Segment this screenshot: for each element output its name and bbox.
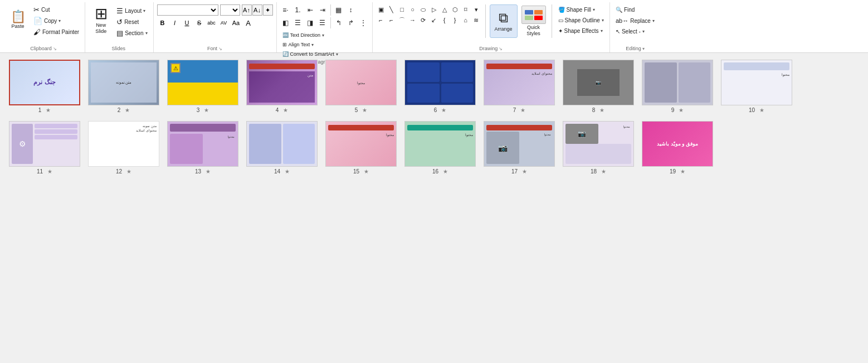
shape-fill-button[interactable]: 🪣 Shape Fill ▾ — [556, 6, 606, 14]
align-left-button[interactable]: ◧ — [280, 17, 291, 28]
slide-item[interactable]: ⚙ 11 ★ — [9, 121, 80, 175]
font-name-select[interactable] — [157, 4, 218, 16]
slide-item[interactable]: 14 ★ — [246, 121, 318, 175]
para-spacing-button[interactable]: ⋮ — [358, 17, 369, 28]
italic-button[interactable]: I — [169, 17, 181, 28]
increase-font-button[interactable]: A↑ — [242, 4, 252, 16]
font-size-select[interactable] — [220, 4, 240, 16]
replace-button[interactable]: ab↔ Replace ▾ — [613, 16, 657, 25]
shape-fill-icon: 🪣 — [558, 7, 565, 13]
slide-item[interactable]: موفق و مویّد باشید 19 ★ — [642, 121, 713, 175]
quick-styles-label: Quick Styles — [522, 25, 545, 37]
shape-outline-icon: ▭ — [558, 17, 563, 23]
align-center-button[interactable]: ☰ — [292, 17, 304, 28]
slide-item[interactable]: متن 4 ★ — [246, 60, 318, 113]
numbering-button[interactable]: 1. — [292, 4, 304, 16]
shape-arrow2-btn[interactable]: ⟳ — [418, 15, 428, 25]
slide-item[interactable]: 📷 محتوا 17 ★ — [484, 121, 555, 175]
underline-button[interactable]: U — [182, 17, 193, 28]
font-color-button[interactable]: A — [243, 17, 254, 28]
format-painter-button[interactable]: 🖌 Format Painter — [31, 27, 81, 37]
arrange-label: Arrange — [494, 26, 512, 32]
shape-angle-btn[interactable]: ⌐ — [376, 15, 386, 25]
slide-item[interactable]: 6 ★ — [404, 60, 476, 113]
section-icon: ▤ — [116, 29, 123, 37]
clipboard-expand-icon[interactable]: ↘ — [53, 46, 57, 51]
slide-item[interactable]: محتوا 5 ★ — [325, 60, 397, 113]
slide-item[interactable]: 📷 محتوا 18 ★ — [563, 121, 634, 175]
shape-bracket-btn[interactable]: ⌐ — [387, 15, 397, 25]
decrease-font-button[interactable]: A↓ — [252, 4, 262, 16]
shadow-button[interactable]: abc — [206, 17, 217, 28]
para-row3: 🔤 Text Direction ▾ — [280, 31, 327, 39]
arrange-button[interactable]: ⧉ Arrange — [490, 4, 518, 38]
shape-more4-btn[interactable]: ⬡ — [450, 4, 460, 14]
find-label: Find — [624, 7, 635, 13]
cut-button[interactable]: ✂ Cut — [31, 4, 81, 15]
editing-label: Editing ▾ — [613, 45, 657, 52]
shape-arrow-btn[interactable]: → — [408, 15, 418, 25]
ltr-button[interactable]: ↱ — [345, 17, 357, 28]
bullets-button[interactable]: ≡· — [280, 4, 291, 16]
char-spacing-button[interactable]: AV — [218, 17, 230, 28]
font-expand-icon[interactable]: ↘ — [218, 46, 222, 51]
quick-styles-button[interactable]: Quick Styles — [520, 4, 548, 38]
slide-item[interactable]: 📷 8 ★ — [563, 60, 634, 113]
text-direction-button[interactable]: 🔤 Text Direction ▾ — [280, 31, 327, 39]
shape-bracket2-btn[interactable]: } — [450, 15, 460, 25]
drawing-expand-icon[interactable]: ↘ — [499, 46, 503, 51]
slide-item[interactable]: محتوای اسلاید 7 ★ — [484, 60, 555, 113]
font-label: Font ↘ — [157, 45, 273, 52]
align-right-button[interactable]: ◨ — [305, 17, 316, 28]
slide-item[interactable]: ⚠ 3 ★ — [167, 60, 238, 113]
shape-rect-btn[interactable]: □ — [397, 4, 407, 14]
shape-more5-btn[interactable]: ⌑ — [461, 4, 471, 14]
paste-button[interactable]: 📋 Paste — [6, 3, 30, 37]
new-slide-button[interactable]: ⊞ NewSlide — [89, 3, 113, 37]
increase-indent-button[interactable]: ⇥ — [317, 4, 328, 16]
strikethrough-button[interactable]: S — [194, 17, 205, 28]
slide-item[interactable]: محتوا 15 ★ — [325, 121, 397, 175]
editing-group: 🔍 Find ab↔ Replace ▾ ↖ Select - ▾ — [610, 2, 660, 52]
shape-curve-btn[interactable]: ⌒ — [397, 15, 407, 25]
cut-label: Cut — [41, 7, 50, 13]
find-button[interactable]: 🔍 Find — [613, 6, 637, 14]
slide-item[interactable]: جنگ نرم 1 ★ — [9, 60, 80, 113]
shape-more3-btn[interactable]: △ — [440, 4, 450, 14]
shape-outline-button[interactable]: ▭ Shape Outline ▾ — [556, 16, 606, 25]
convert-smartart-button[interactable]: 🔄 Convert to SmartArt ▾ — [280, 50, 341, 58]
bold-button[interactable]: B — [157, 17, 168, 28]
shape-star-btn[interactable]: { — [440, 15, 450, 25]
slide-item[interactable]: محتوا 16 ★ — [404, 121, 476, 175]
align-text-button[interactable]: ⊞ Align Text ▾ — [280, 41, 316, 49]
decrease-indent-button[interactable]: ⇤ — [305, 4, 316, 16]
slide-panel: جنگ نرم 1 ★ متن نمونه 2 ★ ⚠ 3 — [0, 53, 868, 309]
slide-item[interactable]: متن نمونه 2 ★ — [88, 60, 159, 113]
clear-format-button[interactable]: ✦ — [263, 4, 273, 16]
shape-misc1-btn[interactable]: ⌂ — [461, 15, 471, 25]
layout-button[interactable]: ☰ Layout ▾ — [114, 6, 149, 16]
new-slide-icon: ⊞ — [95, 6, 108, 22]
select-button[interactable]: ↖ Select - ▾ — [613, 27, 647, 36]
slide-item[interactable]: متن نمونهمحتوای اسلاید 12 ★ — [88, 121, 159, 175]
reset-button[interactable]: ↺ Reset — [114, 17, 149, 27]
justify-button[interactable]: ☰ — [317, 17, 328, 28]
shape-arrow3-btn[interactable]: ↙ — [429, 15, 439, 25]
shape-circle-btn[interactable]: ○ — [408, 4, 418, 14]
slide-item[interactable]: محتوا 13 ★ — [167, 121, 238, 175]
line-spacing-button[interactable]: ↕ — [345, 4, 357, 16]
slide-item[interactable]: 9 ★ — [642, 60, 713, 113]
columns-button[interactable]: ▦ — [333, 4, 344, 16]
shape-expand-btn[interactable]: ▾ — [471, 4, 481, 14]
change-case-button[interactable]: Aa — [231, 17, 242, 28]
rtl-button[interactable]: ↰ — [333, 17, 344, 28]
slide-item[interactable]: محتوا 10 ★ — [721, 60, 792, 113]
section-button[interactable]: ▤ Section ▾ — [114, 28, 149, 38]
shape-line-btn[interactable]: ╲ — [387, 4, 397, 14]
shape-more1-btn[interactable]: ⬭ — [418, 4, 428, 14]
shape-more2-btn[interactable]: ▷ — [429, 4, 439, 14]
copy-button[interactable]: 📄 Copy ▾ — [31, 16, 81, 26]
shape-effects-button[interactable]: ✦ Shape Effects ▾ — [556, 27, 606, 35]
shape-misc2-btn[interactable]: ≋ — [471, 15, 481, 25]
shape-select-btn[interactable]: ▣ — [376, 4, 386, 14]
